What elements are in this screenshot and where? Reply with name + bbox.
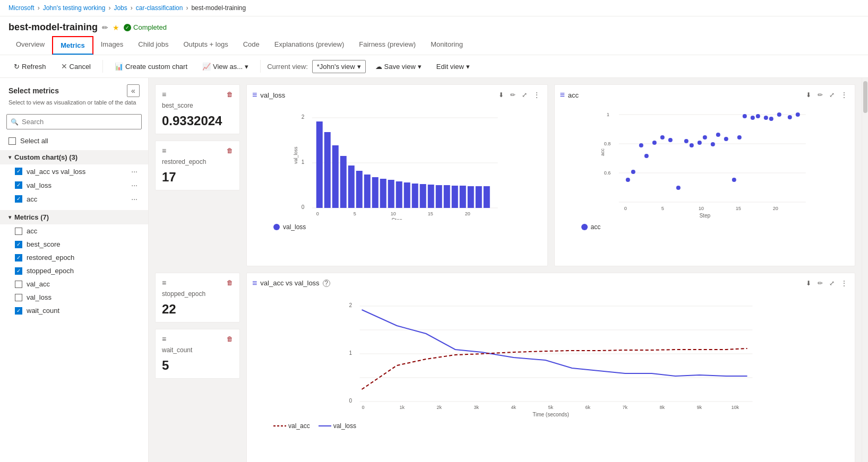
wait-count-metric-label: wait_count bbox=[162, 346, 233, 354]
svg-text:10: 10 bbox=[698, 206, 703, 211]
collapse-sidebar-button[interactable]: « bbox=[127, 84, 140, 97]
more-acc-button[interactable]: ⋮ bbox=[839, 90, 849, 100]
svg-rect-28 bbox=[484, 186, 490, 208]
svg-point-67 bbox=[795, 112, 800, 117]
refresh-button[interactable]: ↻ Refresh bbox=[8, 60, 51, 73]
custom-acc-checkbox[interactable] bbox=[15, 195, 22, 203]
val-acc-vs-val-loss-label[interactable]: val_acc vs val_loss bbox=[27, 168, 125, 176]
tab-code[interactable]: Code bbox=[236, 36, 267, 55]
val-acc-vs-val-loss-more-button[interactable]: ··· bbox=[129, 167, 140, 176]
create-chart-button[interactable]: 📊 Create custom chart bbox=[109, 60, 193, 73]
val-acc-checkbox[interactable] bbox=[15, 281, 22, 288]
wait-count-checkbox[interactable] bbox=[15, 307, 22, 315]
breadcrumb: Microsoft › John's testing working › Job… bbox=[0, 0, 868, 16]
custom-charts-header[interactable]: ▾ Custom chart(s) (3) bbox=[0, 150, 148, 164]
tab-child-jobs[interactable]: Child jobs bbox=[131, 36, 176, 55]
delete-restored-epoch-button[interactable]: 🗑 bbox=[227, 147, 233, 154]
breadcrumb-experiment[interactable]: car-classification bbox=[136, 4, 183, 12]
val-loss-legend-dot bbox=[273, 224, 280, 230]
delete-stopped-epoch-button[interactable]: 🗑 bbox=[227, 279, 233, 286]
cancel-button[interactable]: ✕ Cancel bbox=[56, 59, 96, 73]
search-input[interactable] bbox=[6, 114, 142, 129]
wait-count-label[interactable]: wait_count bbox=[27, 307, 140, 315]
edit-icon[interactable]: ✏ bbox=[102, 23, 108, 32]
restored-epoch-label[interactable]: restored_epoch bbox=[27, 254, 140, 261]
tab-explanations[interactable]: Explanations (preview) bbox=[267, 36, 352, 55]
val-acc-vs-val-loss-chart-title: ≡ val_acc vs val_loss ? bbox=[252, 278, 330, 288]
delete-wait-count-button[interactable]: 🗑 bbox=[227, 335, 233, 343]
view-selector[interactable]: *John's view ▾ bbox=[312, 60, 366, 73]
svg-point-50 bbox=[676, 186, 680, 190]
svg-point-58 bbox=[732, 178, 736, 182]
stopped-epoch-metric-label: stopped_epoch bbox=[162, 290, 233, 298]
edit-acc-button[interactable]: ✏ bbox=[815, 90, 825, 100]
svg-text:2k: 2k bbox=[437, 405, 442, 410]
custom-acc-label[interactable]: acc bbox=[27, 195, 125, 203]
svg-rect-10 bbox=[340, 156, 347, 208]
select-all-label[interactable]: Select all bbox=[20, 137, 48, 145]
drag-handle-icon[interactable]: ≡ bbox=[162, 90, 166, 99]
help-icon[interactable]: ? bbox=[323, 280, 330, 287]
save-view-chevron: ▾ bbox=[418, 63, 422, 71]
best-score-checkbox[interactable] bbox=[15, 241, 22, 248]
drag-handle-icon-3[interactable]: ≡ bbox=[162, 278, 166, 287]
svg-point-55 bbox=[710, 142, 715, 146]
acc-label[interactable]: acc bbox=[27, 227, 140, 235]
tab-fairness[interactable]: Fairness (preview) bbox=[351, 36, 423, 55]
val-acc-vs-val-loss-checkbox[interactable] bbox=[15, 168, 22, 175]
edit-view-button[interactable]: Edit view ▾ bbox=[431, 60, 475, 73]
tab-metrics[interactable]: Metrics bbox=[52, 36, 93, 55]
stopped-epoch-label[interactable]: stopped_epoch bbox=[27, 267, 140, 275]
drag-handle-icon-2[interactable]: ≡ bbox=[162, 146, 166, 155]
svg-rect-24 bbox=[452, 186, 458, 208]
tab-images[interactable]: Images bbox=[93, 36, 131, 55]
select-all-checkbox[interactable] bbox=[8, 137, 16, 145]
breadcrumb-jobs[interactable]: Jobs bbox=[114, 4, 127, 12]
download-acc-button[interactable]: ⬇ bbox=[804, 90, 813, 100]
custom-val-loss-checkbox[interactable] bbox=[15, 181, 22, 189]
restored-epoch-value: 17 bbox=[162, 170, 233, 185]
star-icon[interactable]: ★ bbox=[113, 23, 119, 32]
svg-text:acc: acc bbox=[599, 148, 605, 156]
metrics-group-header[interactable]: ▾ Metrics (7) bbox=[0, 210, 148, 224]
custom-val-loss-more-button[interactable]: ··· bbox=[129, 181, 140, 189]
val-acc-legend-item: val_acc bbox=[273, 422, 310, 430]
custom-acc-more-button[interactable]: ··· bbox=[129, 195, 140, 203]
scrollbar[interactable] bbox=[862, 78, 868, 462]
wait-count-card: ≡ 🗑 wait_count 5 bbox=[155, 329, 240, 379]
breadcrumb-microsoft[interactable]: Microsoft bbox=[8, 4, 35, 12]
stopped-epoch-checkbox[interactable] bbox=[15, 267, 22, 275]
more-val-loss-button[interactable]: ⋮ bbox=[531, 90, 542, 100]
val-acc-label[interactable]: val_acc bbox=[27, 280, 140, 288]
custom-charts-label: Custom chart(s) (3) bbox=[14, 153, 78, 161]
view-as-button[interactable]: 📈 View as... ▾ bbox=[197, 60, 254, 73]
scrollbar-thumb[interactable] bbox=[863, 81, 867, 113]
edit-val-acc-vs-val-loss-button[interactable]: ✏ bbox=[815, 278, 825, 288]
download-val-acc-vs-val-loss-button[interactable]: ⬇ bbox=[804, 278, 813, 288]
save-view-button[interactable]: ☁ Save view ▾ bbox=[370, 60, 427, 73]
download-val-loss-button[interactable]: ⬇ bbox=[496, 90, 506, 100]
val-loss-checkbox[interactable] bbox=[15, 294, 22, 301]
metric-item-best-score: best_score bbox=[0, 238, 148, 251]
expand-val-acc-vs-val-loss-button[interactable]: ⤢ bbox=[827, 278, 837, 288]
wait-count-card-header: ≡ 🗑 bbox=[162, 335, 233, 343]
val-acc-vs-val-loss-chart-card: ≡ val_acc vs val_loss ? ⬇ ✏ ⤢ ⋮ 2 1 bbox=[246, 273, 855, 463]
best-score-label[interactable]: best_score bbox=[27, 240, 140, 248]
breadcrumb-workspace[interactable]: John's testing working bbox=[43, 4, 106, 12]
tab-monitoring[interactable]: Monitoring bbox=[423, 36, 470, 55]
tab-overview[interactable]: Overview bbox=[8, 36, 52, 55]
metric-item-val-acc: val_acc bbox=[0, 277, 148, 291]
delete-best-score-button[interactable]: 🗑 bbox=[227, 91, 233, 98]
drag-handle-icon-4[interactable]: ≡ bbox=[162, 335, 166, 343]
restored-epoch-checkbox[interactable] bbox=[15, 254, 22, 261]
view-as-icon: 📈 bbox=[202, 63, 211, 71]
expand-acc-button[interactable]: ⤢ bbox=[827, 90, 837, 100]
tab-outputs-logs[interactable]: Outputs + logs bbox=[176, 36, 235, 55]
acc-checkbox[interactable] bbox=[15, 228, 22, 235]
expand-val-loss-button[interactable]: ⤢ bbox=[520, 90, 529, 100]
val-loss-chart-card: ≡ val_loss ⬇ ✏ ⤢ ⋮ 2 1 0 bbox=[246, 84, 548, 266]
custom-val-loss-label[interactable]: val_loss bbox=[27, 181, 125, 189]
more-val-acc-vs-val-loss-button[interactable]: ⋮ bbox=[839, 278, 849, 288]
val-loss-label[interactable]: val_loss bbox=[27, 293, 140, 301]
edit-val-loss-button[interactable]: ✏ bbox=[508, 90, 518, 100]
